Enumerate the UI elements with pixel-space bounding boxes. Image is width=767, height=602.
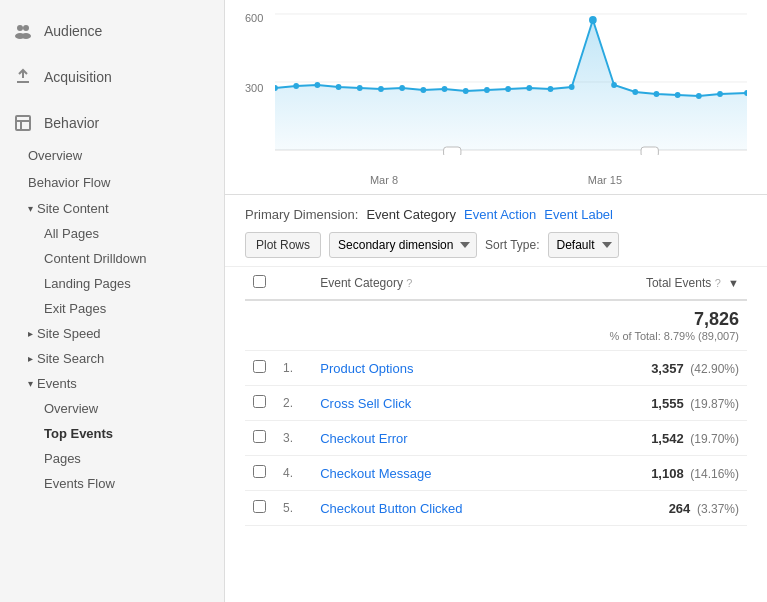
row1-num: 1. — [275, 351, 312, 386]
chevron-down-icon2: ▾ — [28, 378, 33, 389]
table-header-total-events[interactable]: Total Events ? ▼ — [539, 267, 747, 300]
svg-point-12 — [314, 82, 320, 88]
sidebar-item-content-drilldown[interactable]: Content Drilldown — [0, 246, 224, 271]
svg-point-30 — [696, 93, 702, 99]
row5-num: 5. — [275, 491, 312, 526]
chevron-down-icon: ▾ — [28, 203, 33, 214]
controls-area: Primary Dimension: Event Category Event … — [225, 195, 767, 267]
sidebar-item-landing-pages[interactable]: Landing Pages — [0, 271, 224, 296]
table-row: 2. Cross Sell Click 1,555 (19.87%) — [245, 386, 747, 421]
sidebar-item-behavior-flow[interactable]: Behavior Flow — [0, 169, 224, 196]
row4-num: 4. — [275, 456, 312, 491]
chevron-right-icon2: ▸ — [28, 353, 33, 364]
sidebar-audience-label: Audience — [44, 23, 102, 39]
svg-point-18 — [442, 86, 448, 92]
svg-point-25 — [589, 16, 597, 24]
dimension-event-category[interactable]: Event Category — [366, 207, 456, 222]
chart-area: 600 300 — [225, 0, 767, 195]
svg-rect-34 — [641, 147, 658, 155]
primary-dimension-row: Primary Dimension: Event Category Event … — [245, 207, 747, 222]
secondary-dimension-select[interactable]: Secondary dimension — [329, 232, 477, 258]
sidebar-item-audience[interactable]: Audience — [0, 12, 224, 50]
sidebar-section-behavior: Behavior Overview Behavior Flow ▾ Site C… — [0, 100, 224, 500]
sort-type-label: Sort Type: — [485, 238, 539, 252]
sidebar-behavior-label: Behavior — [44, 115, 99, 131]
total-row-empty — [245, 300, 312, 351]
chart-date-mar8: Mar 8 — [370, 174, 398, 186]
sidebar-item-top-events[interactable]: Top Events — [0, 421, 224, 446]
chevron-right-icon: ▸ — [28, 328, 33, 339]
sidebar-group-site-speed[interactable]: ▸ Site Speed — [0, 321, 224, 346]
svg-point-19 — [463, 88, 469, 94]
row1-checkbox[interactable] — [245, 351, 275, 386]
svg-point-24 — [569, 84, 575, 90]
row3-total: 1,542 (19.70%) — [539, 421, 747, 456]
dimension-event-label[interactable]: Event Label — [544, 207, 613, 222]
table-header-event-category: Event Category ? — [312, 267, 539, 300]
svg-point-23 — [548, 86, 554, 92]
behavior-icon — [12, 112, 34, 134]
svg-point-22 — [526, 85, 532, 91]
svg-point-13 — [336, 84, 342, 90]
sidebar-item-overview[interactable]: Overview — [0, 142, 224, 169]
table-row: 1. Product Options 3,357 (42.90%) — [245, 351, 747, 386]
sidebar-section-acquisition: Acquisition — [0, 54, 224, 100]
svg-point-31 — [717, 91, 723, 97]
row1-category[interactable]: Product Options — [312, 351, 539, 386]
row5-category[interactable]: Checkout Button Clicked — [312, 491, 539, 526]
events-table: Event Category ? Total Events ? ▼ — [245, 267, 747, 526]
sidebar-section-audience: Audience — [0, 8, 224, 54]
help-icon-total: ? — [715, 277, 721, 289]
table-area: Event Category ? Total Events ? ▼ — [225, 267, 767, 526]
svg-point-21 — [505, 86, 511, 92]
sidebar-group-site-search[interactable]: ▸ Site Search — [0, 346, 224, 371]
svg-point-1 — [23, 25, 29, 31]
sidebar-item-behavior[interactable]: Behavior — [0, 104, 224, 142]
row2-checkbox[interactable] — [245, 386, 275, 421]
plot-rows-button[interactable]: Plot Rows — [245, 232, 321, 258]
chart-y-label-300: 300 — [245, 82, 263, 94]
sidebar-group-events[interactable]: ▾ Events — [0, 371, 224, 396]
chart-date-mar15: Mar 15 — [588, 174, 622, 186]
row4-total: 1,108 (14.16%) — [539, 456, 747, 491]
audience-icon — [12, 20, 34, 42]
svg-point-15 — [378, 86, 384, 92]
row5-checkbox[interactable] — [245, 491, 275, 526]
table-row: 5. Checkout Button Clicked 264 (3.37%) — [245, 491, 747, 526]
help-icon: ? — [406, 277, 412, 289]
svg-point-27 — [632, 89, 638, 95]
row3-category[interactable]: Checkout Error — [312, 421, 539, 456]
sidebar-item-exit-pages[interactable]: Exit Pages — [0, 296, 224, 321]
row4-checkbox[interactable] — [245, 456, 275, 491]
sidebar-item-events-flow[interactable]: Events Flow — [0, 471, 224, 496]
sidebar-item-acquisition[interactable]: Acquisition — [0, 58, 224, 96]
sidebar-acquisition-label: Acquisition — [44, 69, 112, 85]
svg-point-26 — [611, 82, 617, 88]
row2-num: 2. — [275, 386, 312, 421]
table-header-row: Event Category ? Total Events ? ▼ — [245, 267, 747, 300]
chart-svg — [275, 10, 747, 155]
svg-point-20 — [484, 87, 490, 93]
sidebar-item-events-overview[interactable]: Overview — [0, 396, 224, 421]
row2-category[interactable]: Cross Sell Click — [312, 386, 539, 421]
select-all-checkbox[interactable] — [253, 275, 266, 288]
row3-num: 3. — [275, 421, 312, 456]
table-row: 3. Checkout Error 1,542 (19.70%) — [245, 421, 747, 456]
primary-dimension-label: Primary Dimension: — [245, 207, 358, 222]
acquisition-icon — [12, 66, 34, 88]
chart-y-label-600: 600 — [245, 12, 263, 24]
svg-point-0 — [17, 25, 23, 31]
sidebar-item-pages[interactable]: Pages — [0, 446, 224, 471]
sort-arrow-icon: ▼ — [728, 277, 739, 289]
row3-checkbox[interactable] — [245, 421, 275, 456]
table-header-checkbox — [245, 267, 275, 300]
sort-type-select[interactable]: Default — [548, 232, 619, 258]
controls-row: Plot Rows Secondary dimension Sort Type:… — [245, 232, 747, 258]
sidebar-group-site-content[interactable]: ▾ Site Content — [0, 196, 224, 221]
row5-total: 264 (3.37%) — [539, 491, 747, 526]
row4-category[interactable]: Checkout Message — [312, 456, 539, 491]
svg-point-17 — [420, 87, 426, 93]
svg-point-28 — [654, 91, 660, 97]
dimension-event-action[interactable]: Event Action — [464, 207, 536, 222]
sidebar-item-all-pages[interactable]: All Pages — [0, 221, 224, 246]
